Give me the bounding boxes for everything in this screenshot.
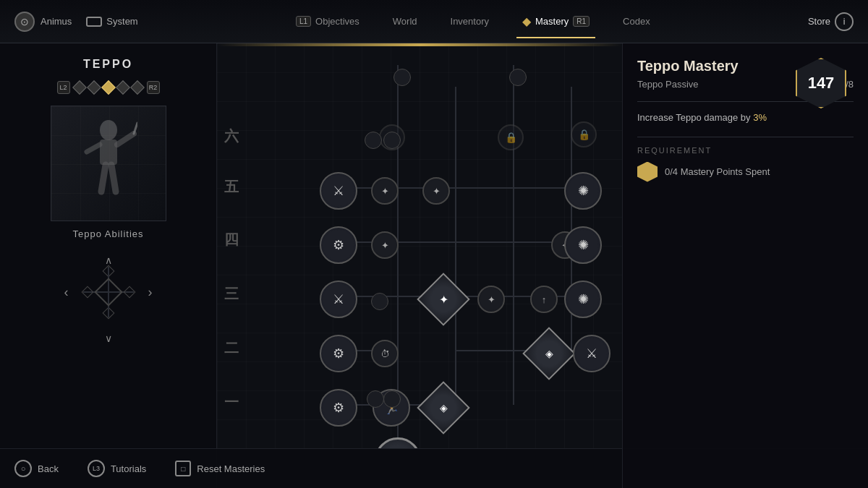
svg-line-3 [87, 145, 100, 152]
navigation-cross [83, 267, 134, 317]
top-navigation: ⊙ Animus System L1 Objectives World Inve… [0, 0, 868, 43]
mastery-dot-4[interactable] [116, 80, 130, 95]
gear-icon-2: ⚙ [333, 346, 344, 361]
row5-node-sword[interactable]: ⚔ [320, 172, 357, 210]
r1-badge: R1 [573, 16, 590, 27]
sun-icon-1: ✺ [578, 237, 589, 253]
arrow-icon-1: ↑ [542, 294, 547, 305]
skill-tree-inner: 六 五 四 三 二 一 🔒 🔒 🔒 ⚔ ✦ ✦ [217, 43, 622, 448]
animus-brand[interactable]: ⊙ Animus [14, 12, 72, 32]
svg-line-2 [117, 134, 134, 145]
row3-node-sword[interactable]: ⚔ [320, 281, 357, 318]
cross-icon-1: ✦ [381, 186, 389, 197]
nav-cross-top [102, 265, 114, 278]
diamond-skill-icon-2: ◈ [545, 348, 553, 359]
store-button[interactable]: Store i [808, 12, 854, 31]
divider-2 [637, 137, 854, 137]
mastery-dot-5[interactable] [130, 80, 145, 95]
row-2-label: 二 [224, 338, 239, 358]
character-art [51, 106, 166, 221]
tab-objectives[interactable]: L1 Objectives [290, 13, 365, 30]
nav-cross-center [94, 278, 123, 307]
animus-icon: ⊙ [14, 12, 35, 32]
row5-node-cross2[interactable]: ✦ [422, 177, 450, 205]
r2-button[interactable]: R2 [147, 81, 160, 94]
highlight-value: 3% [753, 112, 767, 123]
mastery-dot-1[interactable] [72, 80, 87, 95]
diamond-skill-icon-3: ◈ [440, 402, 448, 414]
tab-mastery[interactable]: ◆ Mastery R1 [516, 12, 595, 31]
store-icon: i [835, 12, 854, 31]
row6-node-small-1 [365, 132, 382, 149]
row1-small-2 [383, 390, 401, 408]
row3-node-cross[interactable]: ✦ [477, 286, 505, 313]
row3-node-arrow[interactable]: ↑ [530, 286, 558, 313]
row4-node-gear[interactable]: ⚙ [320, 226, 357, 264]
top-node-1 [393, 69, 411, 86]
row-4-label: 四 [224, 230, 239, 249]
l2-button[interactable]: L2 [57, 81, 70, 94]
nav-cross-left [81, 286, 93, 299]
mastery-dot-2[interactable] [87, 80, 101, 95]
gear-icon-3: ⚙ [333, 400, 344, 416]
tab-codex[interactable]: Codex [617, 13, 656, 30]
row2-sword-node[interactable]: ⚔ [573, 335, 610, 372]
learn-button[interactable]: 習得 [375, 437, 421, 448]
tutorials-circle-icon: L3 [88, 460, 105, 477]
mastery-dots-row: L2 R2 [57, 81, 160, 94]
row4-node-sun[interactable]: ✺ [564, 226, 602, 264]
mastery-dot-3-active[interactable] [101, 80, 116, 95]
row2-node-gear[interactable]: ⚙ [320, 335, 357, 372]
requirement-row: 0/4 Mastery Points Spent [637, 162, 854, 182]
requirement-label: REQUIREMENT [637, 146, 854, 155]
row6-lock-right: 🔒 [498, 124, 524, 150]
row5-node-cross1[interactable]: ✦ [371, 177, 399, 205]
svg-point-0 [100, 120, 117, 140]
row1-diamond-node[interactable]: ◈ [417, 381, 470, 435]
row-5-label: 五 [224, 177, 239, 197]
row5-node-star[interactable]: ✺ [564, 172, 602, 210]
row2-diamond-node[interactable]: ◈ [522, 327, 576, 380]
nav-right: Store i [808, 12, 854, 31]
cross-icon-5: ✦ [488, 294, 495, 305]
row3-node-star-right[interactable]: ✺ [564, 281, 602, 318]
reset-square-icon: □ [175, 461, 191, 476]
sword-icon-2: ⚔ [333, 291, 344, 307]
row-6-label: 六 [224, 127, 239, 146]
abilities-label: Teppo Abilities [72, 228, 143, 239]
svg-line-6 [111, 165, 116, 192]
back-button[interactable]: ○ Back [14, 460, 59, 477]
mastery-description: Increase Teppo damage by 3% [637, 111, 854, 125]
mastery-points-icon [637, 162, 658, 182]
l1-badge: L1 [296, 16, 311, 27]
system-menu[interactable]: System [86, 16, 137, 27]
svg-line-5 [101, 165, 106, 192]
row3-diamond-node[interactable]: ✦ [417, 273, 470, 326]
row-1-label: 一 [224, 393, 239, 412]
sword-icon: ⚔ [333, 183, 344, 199]
left-arrow-button[interactable]: ‹ [64, 285, 69, 300]
right-panel: Teppo Mastery Teppo Passive 0/8 Increase… [622, 43, 868, 488]
gear-icon-1: ⚙ [333, 237, 344, 253]
back-circle-icon: ○ [14, 460, 32, 477]
cross-icon-3: ✦ [381, 240, 389, 251]
character-silhouette [80, 119, 137, 213]
nav-cross-right [123, 286, 135, 299]
row1-node-gear[interactable]: ⚙ [320, 389, 357, 427]
tab-inventory[interactable]: Inventory [445, 13, 495, 30]
row6-lock-far-right: 🔒 [571, 121, 597, 147]
diamond-skill-icon: ✦ [439, 293, 448, 307]
tutorials-button[interactable]: L3 Tutorials [88, 460, 146, 477]
row3-node-small [371, 293, 388, 310]
right-arrow-button[interactable]: › [148, 285, 153, 300]
star-icon-1: ✺ [578, 183, 589, 199]
tab-world[interactable]: World [387, 13, 423, 30]
system-icon [86, 17, 102, 27]
row4-node-cross[interactable]: ✦ [371, 231, 399, 259]
side-navigation: ‹ › [64, 267, 153, 317]
down-arrow-button[interactable]: ∨ [100, 332, 117, 345]
row2-node-timer[interactable]: ⏱ [371, 340, 399, 367]
reset-masteries-button[interactable]: □ Reset Masteries [175, 461, 265, 476]
mastery-diamond-icon: ◆ [522, 14, 531, 28]
cross-icon-2: ✦ [433, 186, 441, 197]
